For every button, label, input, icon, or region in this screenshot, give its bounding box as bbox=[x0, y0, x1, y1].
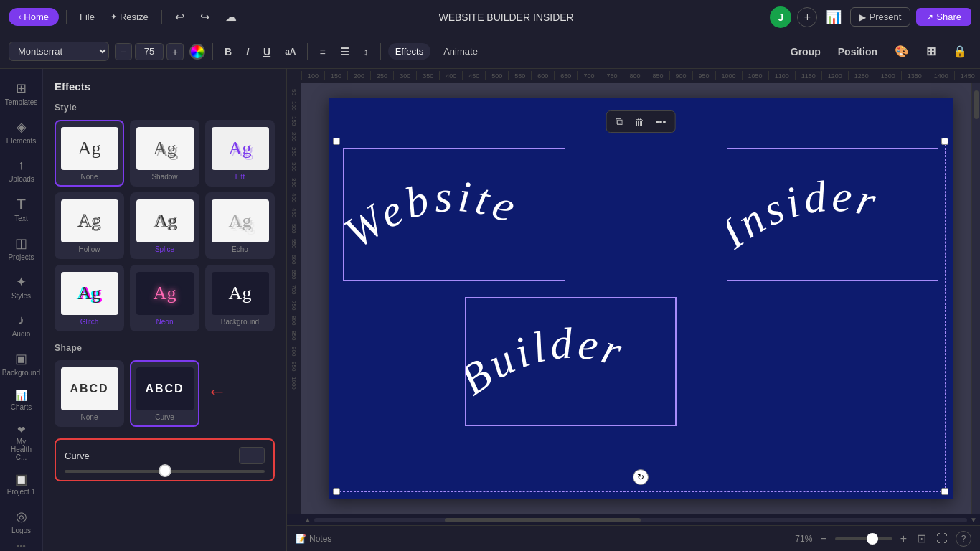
builder-text-container[interactable]: Builder bbox=[465, 297, 677, 426]
ruler-mark-400: 400 bbox=[439, 71, 462, 80]
zoom-out-btn[interactable]: − bbox=[818, 530, 829, 547]
share-button[interactable]: ↗ Share bbox=[916, 8, 971, 26]
analytics-button[interactable]: 📊 bbox=[823, 6, 844, 28]
present-button[interactable]: ▶ Present bbox=[850, 7, 910, 27]
notes-button[interactable]: 📝 Notes bbox=[296, 534, 331, 544]
add-collaborator-button[interactable]: + bbox=[797, 7, 817, 27]
chevron-left-icon: ‹ bbox=[19, 13, 21, 21]
canvas-more-button[interactable]: ••• bbox=[653, 115, 669, 129]
curve-slider-track[interactable] bbox=[65, 470, 265, 473]
website-text-container[interactable]: Website bbox=[343, 148, 565, 281]
ruler-mark-350: 350 bbox=[416, 71, 439, 80]
zoom-thumb[interactable] bbox=[867, 533, 878, 545]
style-background[interactable]: Ag Background bbox=[205, 265, 275, 331]
effects-tab[interactable]: Effects bbox=[388, 43, 431, 60]
curve-slider-thumb[interactable] bbox=[159, 464, 171, 477]
sidebar-item-templates[interactable]: ⊞ Templates bbox=[2, 75, 41, 112]
projects-icon: ◫ bbox=[15, 235, 27, 251]
ruler-mark-150: 150 bbox=[324, 71, 347, 80]
ruler-v-500: 500 bbox=[291, 221, 297, 236]
style-splice[interactable]: Ag Splice bbox=[130, 192, 199, 259]
ruler-v-750: 750 bbox=[291, 298, 297, 313]
sidebar-item-uploads[interactable]: ↑ Uploads bbox=[2, 152, 41, 189]
ruler-v-250: 250 bbox=[291, 144, 297, 159]
italic-button[interactable]: I bbox=[242, 44, 253, 60]
handle-tl[interactable] bbox=[333, 138, 340, 145]
ruler-mark-1000: 1000 bbox=[715, 71, 742, 80]
effects-panel: Effects Style Ag None Ag Shadow Ag Lift … bbox=[43, 69, 287, 551]
handle-br[interactable] bbox=[941, 488, 948, 495]
style-neon[interactable]: Ag Neon bbox=[130, 265, 199, 331]
undo-button[interactable]: ↩ bbox=[169, 7, 190, 27]
ruler-mark-500: 500 bbox=[485, 71, 508, 80]
fit-page-btn[interactable]: ⊡ bbox=[915, 529, 928, 547]
text-color-picker[interactable] bbox=[189, 44, 205, 60]
sidebar-item-logos[interactable]: ◎ Logos bbox=[2, 503, 41, 540]
position-button[interactable]: Position bbox=[834, 44, 882, 60]
save-button[interactable]: ☁ bbox=[220, 7, 242, 27]
home-label: Home bbox=[24, 11, 49, 22]
canvas-wrapper[interactable]: ⧉ 🗑 ••• bbox=[301, 83, 980, 514]
style-lift[interactable]: Ag Lift bbox=[205, 120, 275, 187]
scroll-thumb-h[interactable] bbox=[445, 518, 641, 522]
style-label-lift: Lift bbox=[235, 173, 245, 181]
rotate-handle[interactable]: ↻ bbox=[633, 469, 649, 485]
redo-button[interactable]: ↪ bbox=[194, 7, 215, 27]
handle-tr[interactable] bbox=[941, 138, 948, 145]
font-size-input[interactable] bbox=[135, 43, 164, 60]
lock-button[interactable]: 🔒 bbox=[948, 42, 971, 60]
zoom-in-btn[interactable]: + bbox=[898, 530, 909, 547]
fullscreen-btn[interactable]: ⛶ bbox=[934, 530, 950, 547]
scroll-thumb-v[interactable] bbox=[974, 90, 979, 119]
style-shadow[interactable]: Ag Shadow bbox=[130, 120, 199, 187]
sidebar-item-elements[interactable]: ◈ Elements bbox=[2, 113, 41, 151]
ruler-mark-250: 250 bbox=[370, 71, 393, 80]
style-hollow[interactable]: Ag Hollow bbox=[55, 192, 124, 259]
aa-button[interactable]: aA bbox=[281, 44, 300, 59]
style-glitch[interactable]: Ag Glitch bbox=[55, 265, 124, 331]
list-button[interactable]: ☰ bbox=[336, 44, 354, 60]
shape-none[interactable]: ABCD None bbox=[55, 360, 124, 427]
style-none[interactable]: Ag None bbox=[55, 120, 124, 187]
sidebar-item-projects[interactable]: ◫ Projects bbox=[2, 230, 41, 267]
sidebar-item-styles[interactable]: ✦ Styles bbox=[2, 268, 41, 306]
health-icon: ❤ bbox=[17, 424, 26, 435]
font-selector[interactable]: Montserrat bbox=[9, 42, 109, 61]
spacing-button[interactable]: ↕ bbox=[359, 44, 373, 60]
sidebar-item-project1[interactable]: 🔲 Project 1 bbox=[2, 468, 41, 501]
shape-curve[interactable]: ABCD Curve bbox=[130, 360, 199, 427]
insider-text-svg: Insider bbox=[727, 157, 938, 272]
canvas-delete-button[interactable]: 🗑 bbox=[631, 115, 647, 129]
canvas[interactable]: ⧉ 🗑 ••• bbox=[329, 98, 953, 499]
sidebar-item-health[interactable]: ❤ My Health C... bbox=[2, 418, 41, 467]
align-button[interactable]: ≡ bbox=[315, 44, 329, 60]
resize-button[interactable]: ✦ Resize bbox=[105, 9, 154, 25]
sidebar-item-text[interactable]: T Text bbox=[2, 190, 41, 228]
style-preview-echo: Ag bbox=[212, 199, 269, 242]
font-size-decrease[interactable]: − bbox=[115, 43, 132, 60]
sidebar-item-audio[interactable]: ♪ Audio bbox=[2, 307, 41, 344]
home-button[interactable]: ‹ Home bbox=[9, 8, 59, 26]
customize-button[interactable]: 🎨 bbox=[890, 42, 913, 60]
sidebar-item-background[interactable]: ▣ Background bbox=[2, 345, 41, 382]
animate-tab[interactable]: Animate bbox=[436, 43, 485, 60]
insider-text-container[interactable]: Insider bbox=[727, 148, 938, 281]
scroll-right-btn[interactable]: ▼ bbox=[970, 516, 977, 524]
file-button[interactable]: File bbox=[74, 9, 100, 25]
canvas-copy-button[interactable]: ⧉ bbox=[613, 114, 626, 129]
font-size-increase[interactable]: + bbox=[166, 43, 184, 60]
scroll-track-h[interactable] bbox=[314, 518, 967, 522]
grid-button[interactable]: ⊞ bbox=[922, 42, 940, 60]
style-echo[interactable]: Ag Echo bbox=[205, 192, 275, 259]
ruler-v-350: 350 bbox=[291, 175, 297, 190]
handle-bl[interactable] bbox=[333, 488, 340, 495]
scroll-left-btn[interactable]: ▲ bbox=[304, 516, 311, 524]
ruler-mark-950: 950 bbox=[692, 71, 715, 80]
help-btn[interactable]: ? bbox=[956, 531, 971, 547]
bold-button[interactable]: B bbox=[220, 44, 236, 60]
group-button[interactable]: Group bbox=[786, 44, 825, 60]
project1-icon: 🔲 bbox=[15, 474, 27, 486]
underline-button[interactable]: U bbox=[259, 44, 275, 60]
sidebar-item-charts[interactable]: 📊 Charts bbox=[2, 384, 41, 417]
zoom-slider[interactable] bbox=[835, 537, 892, 540]
